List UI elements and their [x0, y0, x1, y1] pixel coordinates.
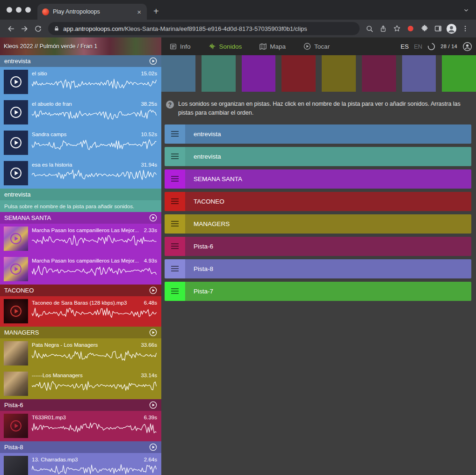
track-row-bar[interactable]: entrevista	[185, 147, 471, 166]
clip-waveform	[32, 78, 157, 90]
drag-handle[interactable]	[165, 259, 185, 278]
forward-button[interactable]	[18, 22, 31, 35]
clip-play-thumbnail[interactable]	[4, 70, 28, 94]
track-header[interactable]: TACONEO	[0, 285, 161, 296]
clip[interactable]: T633R01.mp36.39s	[0, 411, 161, 441]
track-header[interactable]: entrevista	[0, 55, 161, 67]
clip[interactable]: esa es la historia31.94s	[0, 158, 161, 189]
track-note-text: Pulsa sobre el nombre de la pista para a…	[0, 200, 161, 212]
tab-close-icon[interactable]: ×	[136, 8, 142, 15]
track-row-semana-santa-2[interactable]: SEMANA SANTA	[165, 169, 471, 189]
clip-play-thumbnail[interactable]	[4, 341, 28, 365]
clip[interactable]: Marcha Pasan los campanilleros Las Mejor…	[0, 254, 161, 285]
clip[interactable]: ------Los Mananagers33.14s	[0, 369, 161, 399]
track-play-button[interactable]	[149, 329, 157, 336]
track-row-managers-4[interactable]: MANAGERS	[165, 214, 471, 234]
track-header[interactable]: MANAGERS	[0, 327, 161, 338]
track-header[interactable]: Pista-6	[0, 399, 161, 411]
track-row-entrevista-0[interactable]: entrevista	[165, 124, 471, 144]
drag-handle[interactable]	[165, 282, 185, 301]
track-row-bar[interactable]: entrevista	[185, 124, 471, 144]
clip-play-thumbnail[interactable]	[4, 257, 28, 281]
track-play-button[interactable]	[149, 401, 157, 409]
track-row-pista-8-6[interactable]: Pista-8	[165, 259, 471, 278]
lang-en-button[interactable]: EN	[414, 43, 422, 50]
lang-es-button[interactable]: ES	[401, 43, 409, 50]
browser-menu-kebab-icon[interactable]	[459, 22, 471, 35]
track-swatch-2[interactable]	[202, 55, 236, 92]
track-swatch-7[interactable]	[402, 55, 436, 92]
account-icon[interactable]	[462, 42, 472, 51]
track-row-pista-7-7[interactable]: Pista-7	[165, 282, 471, 301]
track-header[interactable]: entrevista	[0, 189, 161, 200]
browser-tab[interactable]: Play Antropoloops ×	[37, 4, 147, 20]
track-row-bar[interactable]: Pista-6	[185, 237, 471, 256]
drag-handle[interactable]	[165, 124, 185, 144]
clip-play-thumbnail[interactable]	[4, 299, 28, 323]
drag-handle[interactable]	[165, 169, 185, 189]
clip-play-thumbnail[interactable]	[4, 456, 28, 475]
lock-icon[interactable]	[54, 25, 59, 32]
track-swatch-4[interactable]	[281, 55, 316, 92]
clip[interactable]: Sandra camps10.52s	[0, 128, 161, 158]
profile-avatar[interactable]	[445, 22, 458, 35]
side-panel-icon[interactable]	[432, 22, 444, 35]
clip-play-thumbnail[interactable]	[4, 414, 28, 438]
track-swatch-3[interactable]	[242, 55, 276, 92]
project-thumbnail[interactable]: Kleos 2022 // Pulmón verde / Fran 1	[0, 37, 161, 55]
clip[interactable]: el sitio15.02s	[0, 67, 161, 97]
drag-handle[interactable]	[165, 214, 185, 234]
clip[interactable]: Taconeo de Sara Baras (128 kbps).mp36.48…	[0, 296, 161, 327]
track-play-button[interactable]	[149, 214, 157, 222]
extensions-puzzle-icon[interactable]	[418, 22, 431, 35]
clip-play-thumbnail[interactable]	[4, 161, 28, 185]
drag-handle[interactable]	[165, 147, 185, 166]
track-play-button[interactable]	[149, 443, 157, 451]
address-bar[interactable]: app.antropoloops.com/Kleos-Santa-Marina/…	[48, 22, 360, 35]
clip[interactable]: el abuelo de fran38.25s	[0, 97, 161, 128]
track-row-entrevista-1[interactable]: entrevista	[165, 147, 471, 166]
track-swatch-1[interactable]	[161, 55, 195, 92]
tab-search-chevron-icon[interactable]	[463, 7, 469, 15]
nav-tab-tocar[interactable]: Tocar	[303, 43, 330, 50]
track-row-bar[interactable]: TACONEO	[185, 192, 471, 211]
new-tab-button[interactable]: +	[153, 7, 159, 16]
nav-tab-mapa[interactable]: Mapa	[260, 43, 286, 50]
track-row-bar[interactable]: Pista-8	[185, 259, 471, 278]
drag-handle[interactable]	[165, 192, 185, 211]
breadcrumb[interactable]: Kleos 2022 // Pulmón verde / Fran 1	[0, 43, 97, 50]
nav-tab-info[interactable]: Info	[170, 43, 191, 50]
track-row-bar[interactable]: MANAGERS	[185, 214, 471, 234]
clip[interactable]: Pata Negra - Los Managers33.66s	[0, 338, 161, 369]
clip-play-thumbnail[interactable]	[4, 100, 28, 124]
window-zoom-button[interactable]	[25, 7, 31, 13]
nav-tab-sonidos[interactable]: Sonidos	[209, 43, 242, 50]
window-minimize-button[interactable]	[16, 7, 22, 13]
clip-play-thumbnail[interactable]	[4, 227, 28, 251]
recording-extension-icon[interactable]	[408, 26, 413, 31]
track-name: Pista-8	[4, 444, 149, 451]
drag-handle[interactable]	[165, 237, 185, 256]
clip-play-thumbnail[interactable]	[4, 372, 28, 396]
zoom-icon[interactable]	[363, 22, 376, 35]
track-swatch-5[interactable]	[322, 55, 356, 92]
back-button[interactable]	[5, 22, 17, 35]
track-swatch-6[interactable]	[362, 55, 396, 92]
track-row-bar[interactable]: Pista-7	[185, 282, 471, 301]
track-play-button[interactable]	[149, 286, 157, 294]
clip-play-thumbnail[interactable]	[4, 131, 28, 155]
reload-button[interactable]	[32, 22, 44, 35]
track-row-pista-6-5[interactable]: Pista-6	[165, 237, 471, 256]
clip[interactable]: Marcha Pasan los campanilleros Las Mejor…	[0, 224, 161, 254]
track-row-taconeo-3[interactable]: TACONEO	[165, 192, 471, 211]
share-icon[interactable]	[377, 22, 389, 35]
track-play-button[interactable]	[149, 57, 157, 65]
clip-title: el abuelo de fran	[32, 101, 137, 107]
bookmark-star-icon[interactable]	[390, 22, 403, 35]
clip[interactable]: 13. Charradas.mp32.64s	[0, 453, 161, 475]
track-row-bar[interactable]: SEMANA SANTA	[185, 169, 471, 189]
track-swatch-8[interactable]	[442, 55, 476, 92]
track-header[interactable]: Pista-8	[0, 441, 161, 453]
track-header[interactable]: SEMANA SANTA	[0, 212, 161, 224]
window-close-button[interactable]	[7, 7, 12, 13]
